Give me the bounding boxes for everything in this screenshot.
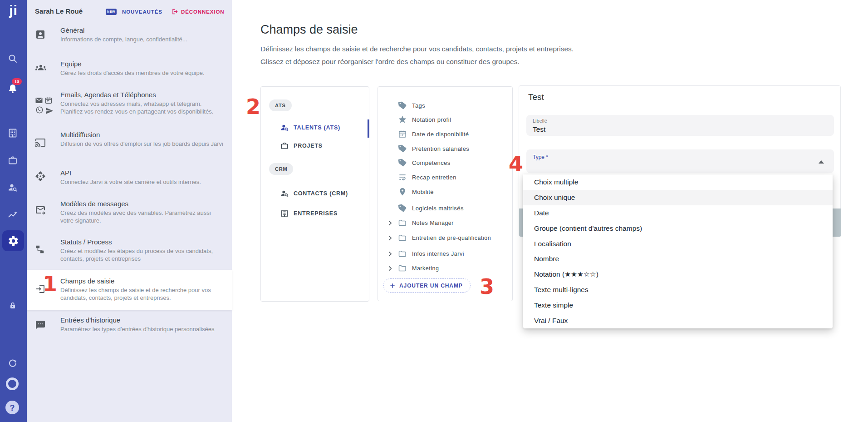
page-title: Champs de saisie xyxy=(260,23,358,37)
dropdown-option[interactable]: Groupe (contient d'autres champs) xyxy=(523,221,833,236)
settings-icon[interactable] xyxy=(2,230,24,251)
calendar-icon xyxy=(398,129,407,140)
logout-button[interactable]: DÉCONNEXION xyxy=(168,7,227,16)
annotation-step-1: 1 xyxy=(43,273,57,294)
group-label: Infos internes Jarvi xyxy=(412,251,464,257)
briefcase-icon xyxy=(280,141,289,152)
crm-section-chip: CRM xyxy=(269,163,293,175)
user-name: Sarah Le Roué xyxy=(35,7,83,15)
sidebar-item-description: Créez des modèles avec des variables. Pa… xyxy=(60,209,225,225)
annotation-step-2: 2 xyxy=(246,96,260,117)
whats-new-button[interactable]: NOUVEAUTÉS xyxy=(119,9,165,15)
group-row-marketing[interactable]: Marketing xyxy=(378,264,512,274)
location-pin-icon xyxy=(398,187,407,198)
dropdown-option[interactable]: Localisation xyxy=(523,236,833,252)
settings-sidebar: Sarah Le Roué NEW NOUVEAUTÉS DÉCONNEXION… xyxy=(27,0,232,422)
sidebar-item-description: Connectez vos adresses mails, whatsapp e… xyxy=(60,100,225,116)
annotation-step-3: 3 xyxy=(480,276,494,297)
tab-label: PROJETS xyxy=(294,143,323,149)
group-row-entretien-pre-qualification[interactable]: Entretien de pré-qualification xyxy=(378,233,512,243)
sidebar-item-api[interactable]: APIConnectez Jarvi à votre site carrière… xyxy=(27,169,232,186)
sidebar-item-general[interactable]: GénéralInformations de compte, langue, c… xyxy=(27,26,232,43)
caret-up-icon xyxy=(819,160,824,164)
field-row-mobilite[interactable]: Mobilité xyxy=(378,187,512,197)
sidebar-item-entrees-historique[interactable]: Entrées d'historiqueParamétrez les types… xyxy=(27,316,232,333)
tag-icon xyxy=(398,101,407,111)
notification-badge: 13 xyxy=(12,78,22,85)
folder-icon xyxy=(398,264,407,274)
field-row-logiciels-maitrises[interactable]: Logiciels maitrisés xyxy=(378,204,512,213)
field-row-notation-profil[interactable]: Notation profil xyxy=(378,115,512,125)
dropdown-option[interactable]: Texte multi-lignes xyxy=(523,282,833,298)
analytics-icon[interactable] xyxy=(4,206,21,223)
dropdown-option[interactable]: Nombre xyxy=(523,251,833,267)
scope-tabs-card: ATS TALENTS (ATS) PROJETS CRM CONTACTS (… xyxy=(260,86,369,302)
tab-label: TALENTS (ATS) xyxy=(294,124,340,131)
field-label: Compétences xyxy=(412,159,451,166)
sidebar-item-statuts-process[interactable]: Statuts / ProcessCréez et modifiez les é… xyxy=(27,238,232,263)
group-row-notes-manager[interactable]: Notes Manager xyxy=(378,218,512,228)
sidebar-item-equipe[interactable]: EquipeGérez les droits d'accès des membr… xyxy=(27,60,232,77)
sidebar-item-description: Définissez les champs de saisie et de re… xyxy=(60,286,225,302)
dropdown-option[interactable]: Vrai / Faux xyxy=(523,313,833,328)
tab-contacts-crm[interactable]: CONTACTS (CRM) xyxy=(261,189,369,199)
tag-icon xyxy=(398,158,407,169)
logout-icon xyxy=(171,8,178,15)
field-row-competences[interactable]: Compétences xyxy=(378,158,512,168)
plus-icon xyxy=(389,283,396,289)
libelle-value: Test xyxy=(533,125,545,134)
libelle-input[interactable]: Libellé Test xyxy=(526,115,834,136)
tab-talents-ats[interactable]: TALENTS (ATS) xyxy=(261,123,369,134)
star-icon xyxy=(398,115,407,125)
field-row-tags[interactable]: Tags xyxy=(378,101,512,111)
lock-icon[interactable] xyxy=(4,297,21,314)
search-icon[interactable] xyxy=(4,50,21,67)
app-logo[interactable]: ji xyxy=(0,3,27,18)
group-row-infos-internes-jarvi[interactable]: Infos internes Jarvi xyxy=(378,249,512,259)
sidebar-item-description: Gérez les droits d'accès des membres de … xyxy=(60,69,225,77)
dropdown-option-highlighted[interactable]: Choix unique xyxy=(523,190,833,205)
refresh-icon[interactable] xyxy=(4,355,21,372)
sidebar-item-title: Entrées d'historique xyxy=(60,316,225,324)
add-field-button[interactable]: AJOUTER UN CHAMP xyxy=(383,278,471,293)
tab-label: ENTREPRISES xyxy=(294,210,338,217)
field-row-pretention-salariales[interactable]: Prétention salariales xyxy=(378,144,512,154)
talent-search-icon xyxy=(280,123,289,134)
type-label: Type * xyxy=(533,154,548,160)
sidebar-item-title: Champs de saisie xyxy=(60,277,225,285)
sidebar-item-emails-agendas[interactable]: Emails, Agendas et TéléphonesConnectez v… xyxy=(27,91,232,116)
companies-icon[interactable] xyxy=(4,124,21,142)
tab-entreprises[interactable]: ENTREPRISES xyxy=(261,209,369,219)
sidebar-item-champs-de-saisie[interactable]: Champs de saisieDéfinissez les champs de… xyxy=(27,277,232,302)
account-box-icon xyxy=(35,29,55,42)
help-icon[interactable]: ? xyxy=(5,401,19,414)
sidebar-item-modeles-messages[interactable]: Modèles de messagesCréez des modèles ave… xyxy=(27,200,232,225)
sidebar-item-description: Diffusion de vos offres d'emploi sur les… xyxy=(60,140,225,148)
chat-history-icon xyxy=(35,320,55,333)
folder-icon xyxy=(398,249,407,260)
calendar-icon xyxy=(44,96,53,104)
annotation-step-4: 4 xyxy=(509,154,523,174)
tab-projets[interactable]: PROJETS xyxy=(261,141,369,152)
chevron-right-icon xyxy=(387,251,393,258)
field-row-date-disponibilite[interactable]: Date de disponibilité xyxy=(378,129,512,139)
talent-search-icon[interactable] xyxy=(4,179,21,196)
add-field-label: AJOUTER UN CHAMP xyxy=(399,283,463,289)
sidebar-item-multidiffusion[interactable]: MultidiffusionDiffusion de vos offres d'… xyxy=(27,131,232,148)
chevron-right-icon xyxy=(387,265,393,273)
type-select[interactable]: Type * xyxy=(526,149,834,173)
api-icon xyxy=(35,171,55,184)
editor-title: Test xyxy=(528,92,544,102)
projects-icon[interactable] xyxy=(4,152,21,169)
settings-page: ji 13 ? S xyxy=(0,0,868,422)
sidebar-item-description: Créez et modifiez les étapes du process … xyxy=(60,247,225,263)
field-row-recap-entretien[interactable]: Recap entretien xyxy=(378,173,512,183)
active-tab-indicator xyxy=(368,119,369,138)
dropdown-option[interactable]: Texte simple xyxy=(523,298,833,313)
dropdown-option[interactable]: Date xyxy=(523,205,833,221)
dropdown-option[interactable]: Notation (★★★☆☆) xyxy=(523,267,833,282)
mail-forward-icon xyxy=(35,204,55,217)
field-label: Notation profil xyxy=(412,116,451,123)
wrap-text-icon xyxy=(398,173,407,183)
dropdown-option[interactable]: Choix multiple xyxy=(523,174,833,190)
